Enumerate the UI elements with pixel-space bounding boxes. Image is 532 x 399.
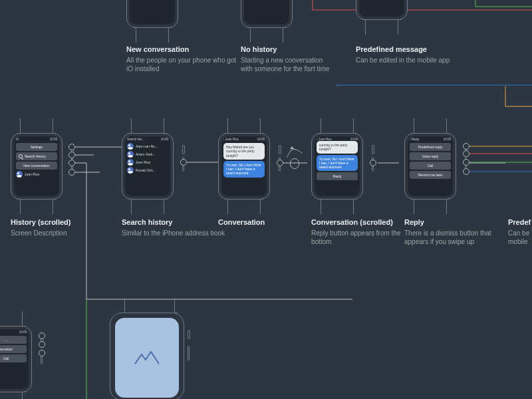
caption-desc: Starting a new conversation with someone… — [241, 56, 334, 74]
clock: 10:09 — [444, 138, 451, 141]
scroll-up-gesture-icon — [286, 146, 303, 173]
caption-desc: Reply button appears from the bottom — [311, 229, 404, 247]
watch-conversation: ‹ Juan Rios10:09 Hey Mahdi are you comin… — [218, 120, 278, 213]
contact-name: Juan Rios — [136, 160, 150, 164]
clock: 10:09 — [19, 331, 27, 334]
watch-detail-cut: ‹ det…10:09 … versation Call — [0, 313, 40, 399]
voice-reply-button[interactable]: Voice reply — [410, 152, 451, 160]
watch-search-history: Search hist…10:09 Arjen van Re… Artem Ga… — [122, 120, 182, 213]
list-item[interactable]: Artem Gark… — [127, 151, 168, 158]
contact-name: Ronald Sch… — [136, 168, 156, 172]
connector-dot — [68, 144, 75, 150]
message-outgoing: Yo man, No I don't think I can, I don't … — [317, 155, 358, 172]
message-outgoing: Yo man, No I don't think I can, I don't … — [223, 161, 265, 178]
call-button[interactable]: Call — [410, 162, 451, 170]
caption-conversation: Conversation — [218, 218, 298, 227]
caption-desc: There is a dismiss button that appears i… — [404, 229, 504, 247]
avatar-icon — [127, 151, 134, 158]
caption-predef-cut: Predef Can be mobile — [508, 218, 532, 247]
watch-reply: ‹ Reply10:09 Predefined reply Voice repl… — [404, 120, 464, 213]
caption-reply: Reply There is a dismiss button that app… — [404, 218, 504, 247]
connector-dot — [39, 350, 45, 356]
caption-title: No history — [241, 45, 334, 55]
watch-image-view — [110, 299, 190, 399]
caption-history-scrolled: History (scrolled) Screen Description — [11, 218, 124, 237]
connector-dot — [68, 160, 75, 166]
clock: 10:09 — [161, 138, 168, 141]
watch-no-history: Predefined msg. Voice msg. Call — [241, 0, 301, 41]
contact-name: Artem Gark… — [136, 152, 156, 156]
caption-no-history: No history Starting a new conversation w… — [241, 45, 334, 74]
connector-dot — [68, 169, 75, 176]
connector-dot — [463, 159, 469, 166]
connector-dot — [463, 143, 469, 150]
avatar-icon — [127, 167, 134, 174]
watch-new-conversation: Ashton Kutc… Danielle Rice Dorothy Dean — [126, 0, 186, 41]
caption-desc: Can be edited in the mobile app — [356, 56, 469, 65]
mountain-icon — [134, 349, 160, 366]
contact-name: Juan Rios — [25, 172, 39, 176]
clock: 10:09 — [50, 138, 57, 141]
caption-desc: Screen Description — [11, 229, 124, 238]
predefined-reply-button[interactable]: Predefined reply — [410, 143, 451, 151]
reply-button[interactable]: Reply — [317, 172, 358, 180]
clock: 10:09 — [257, 138, 265, 141]
caption-title: Predef — [508, 218, 532, 227]
message-incoming: coming to the party tonight? — [317, 141, 358, 154]
caption-desc: Can be mobile — [508, 229, 532, 247]
caption-title: Reply — [404, 218, 504, 227]
connector-dot — [370, 160, 376, 166]
list-item[interactable]: Juan Rios — [16, 171, 57, 178]
caption-conversation-scrolled: Conversation (scrolled) Reply button app… — [311, 218, 404, 247]
remind-later-button[interactable]: Remind me later — [410, 171, 451, 179]
caption-title: Conversation (scrolled) — [311, 218, 404, 227]
watch-history-scrolled: iO10:09 Settings Search history New conv… — [11, 120, 70, 213]
conversation-button[interactable]: versation — [0, 345, 27, 353]
call-button[interactable]: Call — [0, 354, 27, 362]
avatar-icon — [16, 171, 23, 178]
caption-title: New conversation — [126, 45, 239, 55]
settings-button[interactable]: Settings — [16, 143, 57, 151]
connector-dot — [463, 168, 469, 175]
caption-title: Predefined message — [356, 45, 469, 55]
menu-button[interactable]: … — [0, 336, 27, 344]
watch-conversation-scrolled: ‹ Juan Rios10:09 coming to the party ton… — [311, 120, 371, 213]
back-header[interactable]: ‹ Juan Rios — [223, 138, 239, 141]
search-history-button[interactable]: Search history — [16, 152, 57, 160]
list-item[interactable]: Ronald Sch… — [127, 167, 168, 174]
list-item[interactable]: Arjen van Re… — [127, 143, 168, 150]
new-conversation-button[interactable]: New conversation — [16, 162, 57, 170]
avatar-icon — [127, 143, 134, 150]
back-header[interactable]: ‹ Juan Rios — [317, 138, 332, 141]
connector-dot — [39, 341, 45, 348]
back-header[interactable]: ‹ Reply — [410, 138, 419, 141]
caption-title: History (scrolled) — [11, 218, 124, 227]
caption-new-conversation: New conversation All the people on your … — [126, 45, 239, 74]
message-incoming: Hey Mahdi are you coming to the party to… — [223, 143, 265, 160]
avatar-icon — [127, 159, 134, 166]
contact-name: Arjen van Re… — [136, 144, 158, 148]
caption-title: Conversation — [218, 218, 298, 227]
screen-title: Search hist… — [127, 138, 145, 141]
clock: 10:09 — [350, 138, 358, 141]
caption-desc: All the people on your phone who got iO … — [126, 56, 239, 74]
connector-dot — [39, 332, 45, 339]
search-icon — [19, 154, 23, 158]
connector-dot — [463, 150, 469, 157]
caption-predefined-message: Predefined message Can be edited in the … — [356, 45, 469, 65]
connector-dot — [68, 152, 75, 158]
diagram-canvas: Ashton Kutc… Danielle Rice Dorothy Dean … — [0, 0, 532, 399]
app-title: iO — [16, 138, 19, 141]
caption-desc: Similar to the iPhone address book — [122, 229, 235, 238]
watch-predefined-message: I'm in a meeting Call me Hey, What's up?… — [356, 0, 416, 33]
connector-dot — [180, 159, 187, 166]
list-item[interactable]: Juan Rios — [127, 159, 168, 166]
connector-dot — [277, 160, 283, 166]
